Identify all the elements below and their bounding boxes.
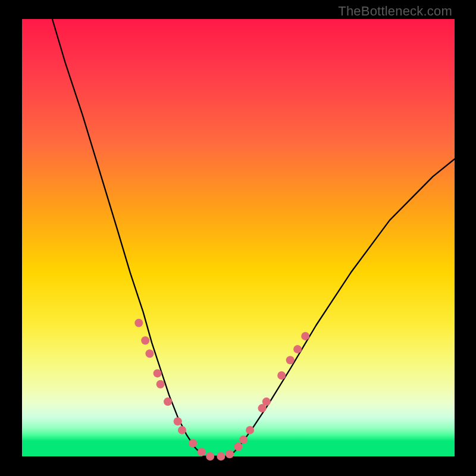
- chart-svg: [22, 19, 455, 456]
- plot-area: [22, 19, 455, 456]
- chart-frame: TheBottleneck.com: [0, 0, 476, 476]
- highlight-dot: [217, 452, 225, 461]
- highlight-dot: [226, 450, 234, 458]
- highlight-dot: [154, 369, 162, 377]
- highlight-dot: [164, 397, 172, 406]
- highlight-dot: [174, 417, 182, 425]
- highlight-dot: [178, 426, 186, 434]
- highlight-dot: [189, 439, 197, 447]
- highlight-dot: [277, 371, 286, 380]
- highlight-dot: [262, 397, 271, 406]
- highlight-dot: [239, 436, 248, 444]
- highlight-dot: [301, 332, 309, 340]
- highlight-dot: [293, 345, 302, 353]
- highlight-dots: [134, 319, 309, 461]
- highlight-dot: [286, 356, 295, 364]
- watermark-text: TheBottleneck.com: [338, 4, 452, 19]
- highlight-dot: [141, 336, 149, 345]
- bottleneck-curve: [52, 19, 455, 456]
- highlight-dot: [206, 452, 214, 461]
- highlight-dot: [134, 319, 143, 327]
- highlight-dot: [234, 443, 243, 451]
- highlight-dot: [246, 426, 254, 434]
- highlight-dot: [198, 448, 206, 456]
- highlight-dot: [156, 380, 165, 389]
- highlight-dot: [146, 349, 154, 358]
